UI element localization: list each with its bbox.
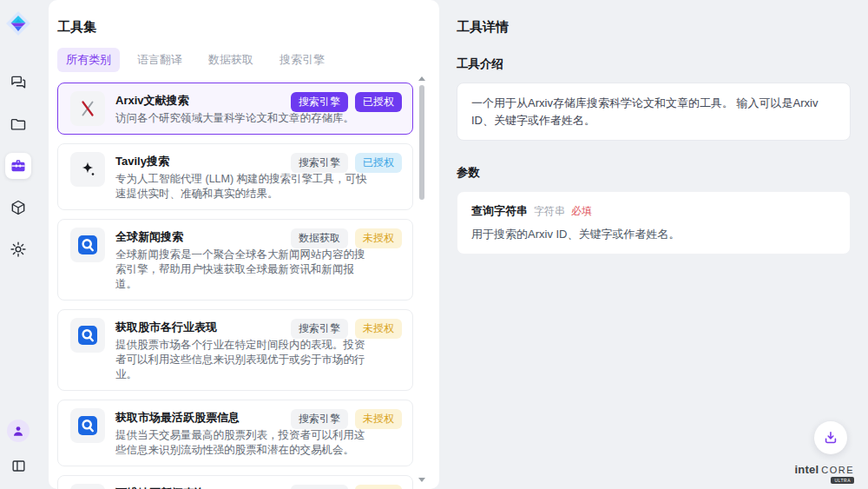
- category-badge: 搜索引擎: [291, 153, 348, 173]
- app-logo-icon: [5, 10, 31, 36]
- details-panel: 工具详情 工具介绍 一个用于从Arxiv存储库搜索科学论文和文章的工具。 输入可…: [439, 0, 868, 489]
- brand-ultra-badge: ULTRA: [831, 477, 854, 484]
- folder-icon[interactable]: [5, 111, 31, 137]
- param-required-badge: 必填: [571, 204, 592, 219]
- rail-nav: [5, 69, 31, 262]
- intro-heading: 工具介绍: [457, 56, 851, 72]
- tool-description: 访问各个研究领域大量科学论文和文章的存储库。: [115, 111, 354, 126]
- param-card: 查询字符串 字符串 必填 用于搜索的Arxiv ID、关键字或作者姓名。: [457, 191, 851, 254]
- user-avatar-icon[interactable]: [7, 420, 30, 442]
- chat-icon[interactable]: [5, 69, 31, 96]
- category-tabs: 所有类别语言翻译数据获取搜索引擎: [57, 48, 413, 72]
- tool-card[interactable]: 全球新闻搜索全球新闻搜索是一个聚合全球各大新闻网站内容的搜索引擎，帮助用户快速获…: [57, 219, 413, 301]
- param-desc: 用于搜索的Arxiv ID、关键字或作者姓名。: [471, 227, 836, 242]
- search-q-icon: [70, 408, 105, 443]
- tool-card[interactable]: 万维地区新闻查询查询具体行政区划内的新闻，快速了解各地新闻动态。搜索引擎未授权: [57, 475, 413, 489]
- tool-list: Arxiv文献搜索访问各个研究领域大量科学论文和文章的存储库。搜索引擎已授权Ta…: [57, 83, 413, 489]
- param-name: 查询字符串: [471, 203, 528, 219]
- star-icon: [70, 152, 105, 187]
- category-badge: 搜索引擎: [291, 92, 348, 112]
- category-badge: 搜索引擎: [291, 485, 348, 489]
- status-badge: 未授权: [355, 228, 402, 248]
- tab-0[interactable]: 所有类别: [57, 48, 120, 72]
- tools-panel: 工具集 所有类别语言翻译数据获取搜索引擎 Arxiv文献搜索访问各个研究领域大量…: [49, 0, 439, 489]
- intel-core-logo: intel CORE ULTRA: [794, 464, 854, 484]
- category-badge: 数据获取: [291, 228, 348, 248]
- tab-3[interactable]: 搜索引擎: [271, 48, 333, 72]
- tool-description: 提供股票市场各个行业在特定时间段内的表现。投资者可以利用这些信息来识别表现优于或…: [115, 338, 372, 382]
- details-title: 工具详情: [457, 19, 851, 36]
- params-heading: 参数: [457, 165, 851, 181]
- tool-card[interactable]: 获取市场最活跃股票信息提供当天交易量最高的股票列表，投资者可以利用这些信息来识别…: [57, 400, 413, 466]
- tool-description: 专为人工智能代理 (LLM) 构建的搜索引擎工具，可快速提供实时、准确和真实的结…: [115, 172, 372, 202]
- scrollbar[interactable]: [418, 76, 425, 482]
- status-badge: 未授权: [355, 485, 402, 489]
- tab-1[interactable]: 语言翻译: [128, 48, 191, 72]
- settings-gear-icon[interactable]: [5, 236, 31, 262]
- category-badge: 搜索引擎: [291, 319, 348, 339]
- collapse-sidebar-icon[interactable]: [5, 453, 31, 479]
- tool-card[interactable]: 获取股市各行业表现提供股票市场各个行业在特定时间段内的表现。投资者可以利用这些信…: [57, 309, 413, 391]
- cube-icon[interactable]: [5, 195, 31, 221]
- category-badge: 搜索引擎: [291, 409, 348, 429]
- page-title: 工具集: [57, 19, 413, 36]
- status-badge: 已授权: [355, 92, 402, 112]
- toolbox-icon[interactable]: [5, 153, 31, 179]
- news-icon: [70, 484, 105, 489]
- scrollbar-thumb[interactable]: [419, 85, 424, 200]
- intro-text: 一个用于从Arxiv存储库搜索科学论文和文章的工具。 输入可以是Arxiv ID…: [457, 83, 851, 141]
- left-rail: [0, 0, 36, 489]
- download-button[interactable]: [814, 421, 847, 454]
- tool-card[interactable]: Arxiv文献搜索访问各个研究领域大量科学论文和文章的存储库。搜索引擎已授权: [57, 83, 413, 135]
- scroll-up-arrow[interactable]: [418, 76, 425, 81]
- param-type: 字符串: [534, 204, 565, 219]
- status-badge: 已授权: [355, 153, 402, 173]
- search-q-icon: [70, 318, 105, 353]
- status-badge: 未授权: [355, 409, 402, 429]
- status-badge: 未授权: [355, 319, 402, 339]
- search-q-icon: [70, 228, 105, 262]
- brand-core-text: CORE: [821, 466, 854, 475]
- tool-description: 提供当天交易量最高的股票列表，投资者可以利用这些信息来识别流动性强的股票和潜在的…: [115, 428, 372, 458]
- tool-description: 全球新闻搜索是一个聚合全球各大新闻网站内容的搜索引擎，帮助用户快速获取全球最新资…: [115, 248, 372, 292]
- arxiv-icon: [70, 91, 105, 126]
- brand-intel-text: intel: [794, 464, 819, 475]
- rail-bottom: [5, 420, 31, 479]
- scroll-down-arrow[interactable]: [418, 478, 425, 482]
- tool-card[interactable]: Tavily搜索专为人工智能代理 (LLM) 构建的搜索引擎工具，可快速提供实时…: [57, 143, 413, 210]
- tab-2[interactable]: 数据获取: [200, 48, 262, 72]
